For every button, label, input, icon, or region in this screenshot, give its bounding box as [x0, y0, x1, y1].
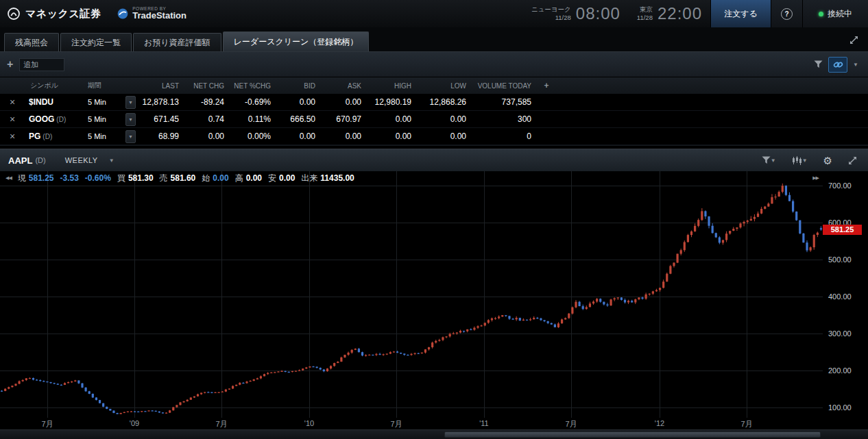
- col-high[interactable]: HIGH: [365, 82, 415, 90]
- chart-filter-button[interactable]: ▼: [759, 154, 779, 166]
- chart-interval-select[interactable]: WEEKLY ▼: [65, 156, 114, 164]
- place-order-button[interactable]: 注文する: [710, 0, 771, 27]
- scrollbar-thumb[interactable]: [444, 431, 821, 438]
- symbol-name: GOOG: [29, 114, 54, 124]
- x-axis-label: 7月: [565, 419, 577, 429]
- funnel-icon: [814, 60, 823, 68]
- clock-city: 東京: [637, 5, 653, 14]
- link-options-button[interactable]: ▼: [850, 60, 861, 70]
- clock-city: ニューヨーク: [531, 5, 571, 14]
- x-axis-label: 7月: [740, 419, 752, 429]
- period-dropdown-button[interactable]: ▼: [125, 96, 136, 109]
- add-symbol-input[interactable]: [19, 58, 64, 71]
- quote-label: 安: [268, 173, 276, 184]
- quote-label: 出来: [301, 173, 317, 184]
- watchlist-header: シンボル 期間 LAST NET CHG NET %CHG BID ASK HI…: [0, 77, 868, 94]
- tradestation-logo-icon: [117, 8, 128, 19]
- watchlist-row[interactable]: ×$INDU5 Min▼12,878.13-89.24-0.69%0.000.0…: [0, 94, 868, 111]
- tab-assets[interactable]: お預り資産評価額: [133, 33, 221, 51]
- quote-prev-icon[interactable]: ◀◀: [5, 175, 12, 181]
- quote-item: -3.53: [60, 173, 78, 183]
- period-dropdown-button[interactable]: ▼: [125, 130, 136, 143]
- chart-settings-button[interactable]: ⚙: [821, 153, 835, 168]
- chart-header: AAPL (D) WEEKLY ▼ ▼ ▼: [0, 149, 868, 171]
- watchlist-body: ×$INDU5 Min▼12,878.13-89.24-0.69%0.000.0…: [0, 94, 868, 145]
- high-cell: 12,980.19: [365, 97, 415, 107]
- col-bid[interactable]: BID: [274, 82, 319, 90]
- clock-date: 11/28: [531, 14, 571, 22]
- chevron-down-icon: ▼: [802, 158, 808, 164]
- last-cell: 671.45: [137, 114, 182, 124]
- expand-icon: [849, 36, 858, 45]
- chart-symbol[interactable]: AAPL: [8, 155, 32, 166]
- x-axis-label: 7月: [41, 419, 53, 429]
- chart-expand-button[interactable]: [845, 154, 860, 167]
- tab-radar-screen[interactable]: レーダースクリーン（登録銘柄）: [223, 32, 370, 51]
- remove-row-button[interactable]: ×: [10, 131, 15, 142]
- quote-item: 買581.30: [117, 173, 154, 184]
- symbol-cell[interactable]: $INDU: [25, 97, 82, 107]
- link-icon: [833, 60, 843, 69]
- symbol-cell[interactable]: GOOG(D): [25, 114, 82, 124]
- chart-plot-area[interactable]: ◀◀ 現581.25-3.53-0.60%買581.30売581.60始0.00…: [0, 171, 823, 429]
- chart-scrollbar[interactable]: [0, 429, 868, 439]
- watchlist-row[interactable]: ×GOOG(D)5 Min▼671.450.740.11%666.50670.9…: [0, 111, 868, 128]
- net-chg-cell: 0.00: [182, 131, 228, 141]
- x-axis-label: 7月: [215, 419, 227, 429]
- symbol-suffix: (D): [56, 116, 66, 123]
- period-dropdown-button[interactable]: ▼: [125, 113, 136, 126]
- quote-item: -0.60%: [85, 173, 111, 183]
- col-last[interactable]: LAST: [137, 82, 182, 90]
- clock-time: 08:00: [576, 4, 620, 23]
- volume-cell: 737,585: [470, 97, 535, 107]
- filter-button[interactable]: [811, 58, 825, 71]
- add-column-button[interactable]: +: [535, 81, 558, 90]
- chart-symbol-suffix: (D): [35, 156, 45, 164]
- price-chart[interactable]: [0, 171, 823, 429]
- quote-value: 11435.00: [320, 173, 354, 183]
- connection-status[interactable]: 接続中: [802, 0, 868, 27]
- clock-tokyo: 東京 11/28 22:00: [629, 0, 710, 27]
- bid-cell: 0.00: [274, 97, 319, 107]
- ask-cell: 670.97: [319, 114, 365, 124]
- y-axis[interactable]: 700.00600.00500.00400.00300.00200.00100.…: [823, 171, 868, 429]
- col-net-chg[interactable]: NET CHG: [182, 82, 228, 90]
- expand-icon: [848, 156, 857, 165]
- quote-label: 現: [18, 173, 26, 184]
- quote-value: -3.53: [60, 173, 78, 183]
- main-tab-bar: 残高照会 注文約定一覧 お預り資産評価額 レーダースクリーン（登録銘柄）: [0, 27, 868, 51]
- col-period[interactable]: 期間: [82, 81, 137, 90]
- symbol-cell[interactable]: PG(D): [25, 131, 82, 141]
- period-cell[interactable]: 5 Min▼: [82, 113, 137, 126]
- quote-item: 出来11435.00: [301, 173, 354, 184]
- period-cell[interactable]: 5 Min▼: [82, 96, 137, 109]
- clock-date: 11/28: [637, 14, 653, 22]
- remove-row-button[interactable]: ×: [10, 97, 15, 108]
- col-low[interactable]: LOW: [415, 82, 470, 90]
- tab-balance[interactable]: 残高照会: [4, 33, 59, 51]
- undock-tab-button[interactable]: [847, 34, 861, 47]
- low-cell: 0.00: [415, 131, 470, 141]
- x-axis-label: '09: [130, 419, 139, 427]
- link-symbol-button[interactable]: [828, 57, 847, 73]
- quote-value: 0.00: [279, 173, 295, 183]
- help-button[interactable]: ?: [771, 0, 802, 27]
- y-axis-tick: 300.00: [828, 329, 852, 338]
- col-symbol[interactable]: シンボル: [25, 81, 82, 90]
- period-value: 5 Min: [88, 98, 106, 106]
- col-ask[interactable]: ASK: [319, 82, 365, 90]
- quote-item: 安0.00: [268, 173, 295, 184]
- ask-cell: 0.00: [319, 131, 365, 141]
- col-net-pct-chg[interactable]: NET %CHG: [228, 82, 274, 90]
- chart-style-button[interactable]: ▼: [789, 154, 810, 167]
- net-chg-cell: -89.24: [182, 97, 228, 107]
- watchlist-row[interactable]: ×PG(D)5 Min▼68.990.000.00%0.000.000.000.…: [0, 128, 868, 145]
- remove-row-button[interactable]: ×: [10, 114, 15, 125]
- period-cell[interactable]: 5 Min▼: [82, 130, 137, 143]
- symbol-suffix: (D): [43, 133, 52, 140]
- last-cell: 12,878.13: [137, 97, 182, 107]
- trading-app: マネックス証券 POWERED BY TradeStation ニューヨーク 1…: [0, 0, 868, 439]
- add-symbol-icon[interactable]: +: [7, 58, 13, 71]
- col-volume-today[interactable]: VOLUME TODAY: [470, 82, 535, 90]
- tab-orders[interactable]: 注文約定一覧: [60, 33, 132, 51]
